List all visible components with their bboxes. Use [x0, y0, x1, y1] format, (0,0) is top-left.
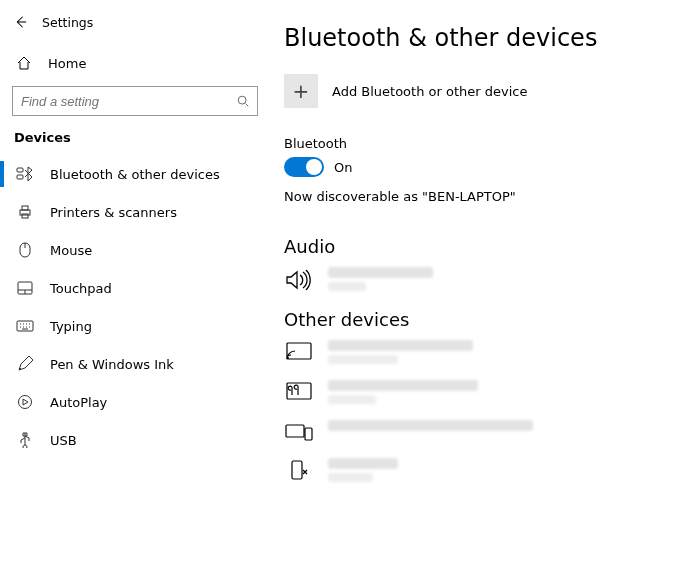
nav-item-label: Printers & scanners — [50, 205, 177, 220]
mouse-icon — [16, 242, 34, 258]
search-container — [0, 82, 270, 126]
svg-point-11 — [287, 357, 289, 359]
bluetooth-list-icon — [16, 165, 34, 183]
nav-item-label: Typing — [50, 319, 92, 334]
bluetooth-state: On — [334, 160, 352, 175]
svg-point-0 — [238, 96, 246, 104]
svg-rect-14 — [305, 428, 312, 440]
nav-item-label: AutoPlay — [50, 395, 107, 410]
phone-device-icon — [284, 458, 314, 482]
redacted-device-name — [328, 267, 433, 291]
audio-device-item[interactable] — [284, 267, 680, 291]
nav-usb[interactable]: USB — [0, 421, 270, 459]
discoverable-status: Now discoverable as "BEN-LAPTOP" — [284, 189, 680, 204]
other-device-item[interactable] — [284, 340, 680, 364]
svg-rect-15 — [292, 461, 302, 479]
nav-item-label: USB — [50, 433, 77, 448]
svg-rect-13 — [286, 425, 304, 437]
svg-rect-2 — [17, 175, 23, 179]
nav-autoplay[interactable]: AutoPlay — [0, 383, 270, 421]
keyboard-icon — [16, 320, 34, 332]
sidebar: Settings Home Devices Bluetooth & oth — [0, 0, 270, 566]
search-icon — [236, 94, 250, 108]
other-device-item[interactable] — [284, 458, 680, 482]
svg-rect-10 — [287, 343, 311, 359]
section-other-title: Other devices — [284, 309, 680, 330]
media-device-icon — [284, 380, 314, 402]
add-device-button[interactable]: + Add Bluetooth or other device — [284, 74, 680, 108]
category-header: Devices — [0, 126, 270, 155]
section-audio-title: Audio — [284, 236, 680, 257]
bluetooth-toggle[interactable] — [284, 157, 324, 177]
usb-icon — [16, 432, 34, 448]
nav-typing[interactable]: Typing — [0, 307, 270, 345]
plus-icon: + — [284, 74, 318, 108]
nav-item-label: Mouse — [50, 243, 92, 258]
svg-rect-1 — [17, 168, 23, 172]
multi-device-icon — [284, 420, 314, 442]
nav-home-label: Home — [48, 56, 86, 71]
redacted-device-name — [328, 340, 473, 364]
nav-list: Bluetooth & other devices Printers & sca… — [0, 155, 270, 459]
nav-bluetooth-other-devices[interactable]: Bluetooth & other devices — [0, 155, 270, 193]
redacted-device-name — [328, 380, 478, 404]
nav-item-label: Bluetooth & other devices — [50, 167, 220, 182]
main-content: Bluetooth & other devices + Add Bluetoot… — [270, 0, 680, 566]
sidebar-header: Settings — [0, 0, 270, 44]
nav-item-label: Touchpad — [50, 281, 112, 296]
autoplay-icon — [16, 394, 34, 410]
search-input[interactable] — [12, 86, 258, 116]
bluetooth-label: Bluetooth — [284, 136, 680, 151]
other-device-item[interactable] — [284, 420, 680, 442]
nav-home[interactable]: Home — [0, 44, 270, 82]
app-title: Settings — [42, 15, 93, 30]
cast-device-icon — [284, 340, 314, 362]
speaker-icon — [284, 267, 314, 291]
printer-icon — [16, 204, 34, 220]
svg-rect-12 — [287, 383, 311, 399]
page-title: Bluetooth & other devices — [284, 24, 680, 52]
touchpad-icon — [16, 281, 34, 295]
pen-icon — [16, 356, 34, 372]
svg-point-9 — [19, 396, 32, 409]
nav-item-label: Pen & Windows Ink — [50, 357, 174, 372]
nav-printers-scanners[interactable]: Printers & scanners — [0, 193, 270, 231]
redacted-device-name — [328, 458, 398, 482]
nav-touchpad[interactable]: Touchpad — [0, 269, 270, 307]
back-icon[interactable] — [12, 14, 28, 30]
redacted-device-name — [328, 420, 533, 435]
add-device-label: Add Bluetooth or other device — [332, 84, 527, 99]
nav-mouse[interactable]: Mouse — [0, 231, 270, 269]
svg-rect-4 — [22, 206, 28, 210]
home-icon — [16, 55, 32, 71]
nav-pen-windows-ink[interactable]: Pen & Windows Ink — [0, 345, 270, 383]
other-device-item[interactable] — [284, 380, 680, 404]
